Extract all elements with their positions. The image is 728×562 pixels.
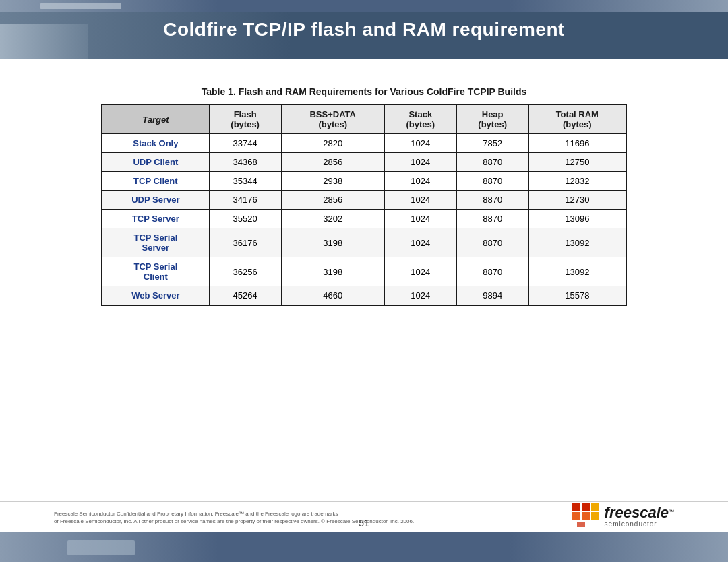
- svg-rect-2: [572, 512, 580, 520]
- table-header-row: Target Flash(bytes) BSS+DATA(bytes) Stac…: [102, 104, 626, 134]
- cell-bss_data: 3198: [281, 228, 384, 257]
- bottom-accent: [67, 540, 135, 555]
- bottom-gradient-bar: [0, 532, 728, 562]
- cell-bss_data: 2938: [281, 172, 384, 191]
- page-title: Coldfire TCP/IP flash and RAM requiremen…: [0, 19, 728, 40]
- cell-heap: 7852: [456, 134, 528, 153]
- cell-target: TCP Server: [102, 210, 209, 228]
- cell-target: Stack Only: [102, 134, 209, 153]
- table-row: TCP Client3534429381024887012832: [102, 172, 626, 191]
- cell-bss_data: 4660: [281, 286, 384, 306]
- table-row: TCP SerialServer3617631981024887013092: [102, 228, 626, 257]
- bottom-bar: Freescale Semiconductor Confidential and…: [0, 501, 728, 562]
- cell-total_ram: 12832: [528, 172, 626, 191]
- cell-stack: 1024: [384, 134, 456, 153]
- cell-stack: 1024: [384, 257, 456, 286]
- cell-stack: 1024: [384, 228, 456, 257]
- top-decorative-bar: [0, 0, 728, 12]
- cell-flash: 36256: [209, 257, 281, 286]
- cell-total_ram: 13092: [528, 257, 626, 286]
- cell-total_ram: 15578: [528, 286, 626, 306]
- logo-brand-name: freescale: [605, 504, 669, 521]
- requirements-table: Target Flash(bytes) BSS+DATA(bytes) Stac…: [101, 104, 627, 306]
- cell-total_ram: 12730: [528, 191, 626, 210]
- col-header-flash: Flash(bytes): [209, 104, 281, 134]
- svg-rect-3: [582, 512, 590, 520]
- col-header-heap: Heap(bytes): [456, 104, 528, 134]
- cell-target: TCP SerialServer: [102, 228, 209, 257]
- cell-target: UDP Client: [102, 153, 209, 172]
- cell-flash: 35520: [209, 210, 281, 228]
- cell-total_ram: 12750: [528, 153, 626, 172]
- logo-subtitle: semiconductor: [605, 520, 674, 528]
- svg-rect-5: [591, 512, 599, 520]
- cell-bss_data: 2820: [281, 134, 384, 153]
- table-row: Stack Only3374428201024785211696: [102, 134, 626, 153]
- logo-trademark: ™: [669, 508, 674, 514]
- cell-stack: 1024: [384, 191, 456, 210]
- cell-stack: 1024: [384, 210, 456, 228]
- svg-rect-0: [572, 503, 580, 511]
- cell-heap: 9894: [456, 286, 528, 306]
- table-row: TCP Server3552032021024887013096: [102, 210, 626, 228]
- cell-bss_data: 2856: [281, 191, 384, 210]
- col-header-stack: Stack(bytes): [384, 104, 456, 134]
- cell-heap: 8870: [456, 153, 528, 172]
- cell-flash: 34176: [209, 191, 281, 210]
- cell-stack: 1024: [384, 153, 456, 172]
- cell-flash: 36176: [209, 228, 281, 257]
- cell-bss_data: 2856: [281, 153, 384, 172]
- freescale-logo-icon: [572, 503, 599, 530]
- col-header-target: Target: [102, 104, 209, 134]
- cell-target: Web Server: [102, 286, 209, 306]
- table-caption: Table 1. Flash and RAM Requirements for …: [202, 86, 527, 97]
- main-content: Table 1. Flash and RAM Requirements for …: [0, 59, 728, 501]
- freescale-logo: freescale™ semiconductor: [572, 503, 674, 530]
- cell-target: UDP Server: [102, 191, 209, 210]
- cell-bss_data: 3198: [281, 257, 384, 286]
- cell-total_ram: 11696: [528, 134, 626, 153]
- cell-heap: 8870: [456, 257, 528, 286]
- col-header-total-ram: Total RAM(bytes): [528, 104, 626, 134]
- cell-flash: 35344: [209, 172, 281, 191]
- svg-rect-4: [591, 503, 599, 511]
- table-row: Web Server4526446601024989415578: [102, 286, 626, 306]
- cell-target: TCP Client: [102, 172, 209, 191]
- col-header-bss-data: BSS+DATA(bytes): [281, 104, 384, 134]
- cell-heap: 8870: [456, 228, 528, 257]
- svg-rect-1: [582, 503, 590, 511]
- cell-bss_data: 3202: [281, 210, 384, 228]
- cell-stack: 1024: [384, 172, 456, 191]
- cell-stack: 1024: [384, 286, 456, 306]
- table-row: UDP Server3417628561024887012730: [102, 191, 626, 210]
- cell-heap: 8870: [456, 172, 528, 191]
- cell-heap: 8870: [456, 210, 528, 228]
- cell-heap: 8870: [456, 191, 528, 210]
- page-number: 51: [359, 518, 369, 528]
- freescale-logo-text: freescale™ semiconductor: [605, 505, 674, 528]
- cell-flash: 34368: [209, 153, 281, 172]
- cell-target: TCP SerialClient: [102, 257, 209, 286]
- cell-flash: 33744: [209, 134, 281, 153]
- table-row: TCP SerialClient3625631981024887013092: [102, 257, 626, 286]
- table-row: UDP Client3436828561024887012750: [102, 153, 626, 172]
- cell-flash: 45264: [209, 286, 281, 306]
- top-bar-accent: [40, 3, 121, 9]
- cell-total_ram: 13092: [528, 228, 626, 257]
- svg-rect-6: [577, 522, 585, 527]
- cell-total_ram: 13096: [528, 210, 626, 228]
